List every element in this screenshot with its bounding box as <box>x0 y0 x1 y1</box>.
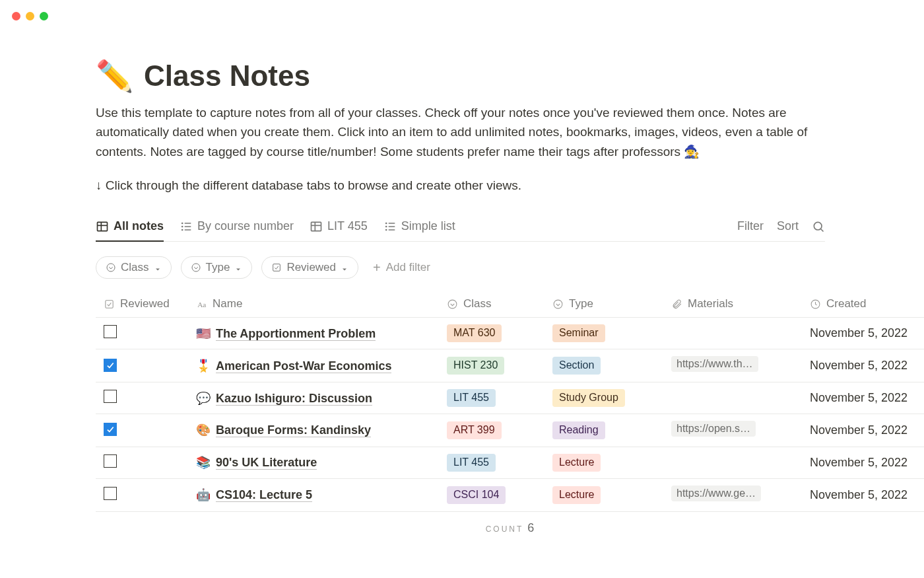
filter-pill-reviewed[interactable]: Reviewed <box>261 256 358 279</box>
table-row[interactable]: 📚90's UK LiteratureLIT 455LectureNovembe… <box>96 447 924 478</box>
count-value: 6 <box>527 521 534 534</box>
note-title[interactable]: The Apportionment Problem <box>216 327 376 341</box>
type-tag[interactable]: Lecture <box>552 486 601 504</box>
svg-point-21 <box>192 264 200 271</box>
maximize-window-button[interactable] <box>40 12 48 20</box>
svg-point-18 <box>814 222 822 230</box>
svg-rect-23 <box>106 301 113 308</box>
materials-link[interactable]: https://www.th… <box>671 356 758 372</box>
minimize-window-button[interactable] <box>26 12 34 20</box>
svg-rect-22 <box>273 264 280 271</box>
column-header-created[interactable]: Created <box>802 291 924 318</box>
svg-rect-9 <box>312 222 321 231</box>
table-row[interactable]: 🎖️American Post-War EconomicsHIST 230Sec… <box>96 349 924 382</box>
svg-rect-16 <box>388 226 395 227</box>
tab-label: All notes <box>114 219 164 233</box>
reviewed-checkbox[interactable] <box>104 423 117 436</box>
svg-point-12 <box>385 222 387 224</box>
page-title[interactable]: Class Notes <box>144 59 310 92</box>
svg-rect-15 <box>388 223 395 224</box>
add-filter-button[interactable]: +Add filter <box>368 257 436 278</box>
table-row[interactable]: 💬Kazuo Ishiguro: DiscussionLIT 455Study … <box>96 382 924 414</box>
page-icon[interactable]: ✏️ <box>96 61 133 91</box>
column-header-class[interactable]: Class <box>439 291 544 318</box>
note-title[interactable]: American Post-War Economics <box>216 359 391 373</box>
table-row[interactable]: 🤖CS104: Lecture 5CSCI 104Lecturehttps://… <box>96 478 924 511</box>
reviewed-checkbox[interactable] <box>104 390 117 403</box>
note-title[interactable]: 90's UK Literature <box>216 456 317 470</box>
tab-label: Simple list <box>401 219 455 233</box>
class-tag[interactable]: LIT 455 <box>447 454 496 472</box>
type-tag[interactable]: Section <box>552 357 601 375</box>
filter-pill-class[interactable]: Class <box>96 256 172 279</box>
chevron-down-icon <box>154 264 162 271</box>
class-tag[interactable]: ART 399 <box>447 421 502 439</box>
column-header-name[interactable]: AaName <box>188 291 439 318</box>
row-emoji-icon: 🤖 <box>196 488 211 501</box>
type-tag[interactable]: Reading <box>552 421 605 439</box>
reviewed-checkbox[interactable] <box>104 325 117 338</box>
note-title[interactable]: Baroque Forms: Kandinsky <box>216 423 371 437</box>
svg-rect-6 <box>185 223 191 224</box>
checkbox-icon <box>104 299 115 310</box>
svg-point-3 <box>182 222 183 224</box>
filter-button[interactable]: Filter <box>737 219 764 233</box>
views-tabs-row: All notesBy course numberLIT 455Simple l… <box>96 219 825 242</box>
type-tag[interactable]: Seminar <box>552 324 605 342</box>
table-row[interactable]: 🇺🇸The Apportionment ProblemMAT 630Semina… <box>96 318 924 349</box>
reviewed-checkbox[interactable] <box>104 359 117 372</box>
text-icon: Aa <box>196 299 207 310</box>
materials-link[interactable]: https://www.ge… <box>671 486 761 501</box>
row-emoji-icon: 🎖️ <box>196 359 211 373</box>
filter-pill-type[interactable]: Type <box>181 256 253 279</box>
created-date: November 5, 2022 <box>810 488 908 501</box>
clock-icon <box>810 299 821 310</box>
type-tag[interactable]: Lecture <box>552 454 601 472</box>
count-label: COUNT <box>486 524 524 534</box>
sort-button[interactable]: Sort <box>777 219 799 233</box>
column-header-label: Class <box>463 297 492 310</box>
close-window-button[interactable] <box>12 12 20 20</box>
note-title[interactable]: CS104: Lecture 5 <box>216 488 312 502</box>
select-icon <box>106 262 116 273</box>
plus-icon: + <box>373 261 381 274</box>
chevron-down-icon <box>341 264 348 271</box>
table-row[interactable]: 🎨Baroque Forms: KandinskyART 399Readingh… <box>96 414 924 447</box>
svg-point-14 <box>385 229 387 231</box>
column-header-reviewed[interactable]: Reviewed <box>96 291 188 318</box>
notes-table: ReviewedAaNameClassTypeMaterialsCreated … <box>96 291 924 541</box>
column-header-label: Created <box>826 297 866 310</box>
table-icon <box>96 220 109 233</box>
row-emoji-icon: 📚 <box>196 456 211 469</box>
tab-all-notes[interactable]: All notes <box>96 219 164 241</box>
type-tag[interactable]: Study Group <box>552 389 625 407</box>
window-traffic-lights[interactable] <box>12 12 48 20</box>
svg-rect-17 <box>388 229 395 231</box>
views-hint: ↓ Click through the different database t… <box>96 178 924 193</box>
note-title[interactable]: Kazuo Ishiguro: Discussion <box>216 392 372 406</box>
svg-rect-0 <box>98 222 108 231</box>
class-tag[interactable]: LIT 455 <box>447 389 496 407</box>
table-footer: COUNT6 <box>96 511 924 542</box>
column-header-materials[interactable]: Materials <box>663 291 802 318</box>
tab-by-course-number[interactable]: By course number <box>180 219 294 241</box>
tab-simple-list[interactable]: Simple list <box>383 219 455 241</box>
class-tag[interactable]: CSCI 104 <box>447 486 506 504</box>
list-icon <box>383 220 397 233</box>
class-tag[interactable]: HIST 230 <box>447 357 504 375</box>
table-icon <box>310 220 323 233</box>
reviewed-checkbox[interactable] <box>104 454 117 468</box>
materials-link[interactable]: https://open.s… <box>671 421 756 437</box>
search-icon[interactable] <box>812 220 825 233</box>
svg-point-5 <box>182 229 183 231</box>
column-header-type[interactable]: Type <box>544 291 663 318</box>
row-emoji-icon: 💬 <box>196 392 211 405</box>
class-tag[interactable]: MAT 630 <box>447 324 502 342</box>
select-icon <box>447 299 458 310</box>
tab-lit-455[interactable]: LIT 455 <box>310 219 368 241</box>
checkbox-icon <box>271 262 282 273</box>
created-date: November 5, 2022 <box>810 326 908 340</box>
add-filter-label: Add filter <box>386 261 430 274</box>
page-content: ✏️ Class Notes Use this template to capt… <box>0 0 924 542</box>
reviewed-checkbox[interactable] <box>104 487 117 500</box>
